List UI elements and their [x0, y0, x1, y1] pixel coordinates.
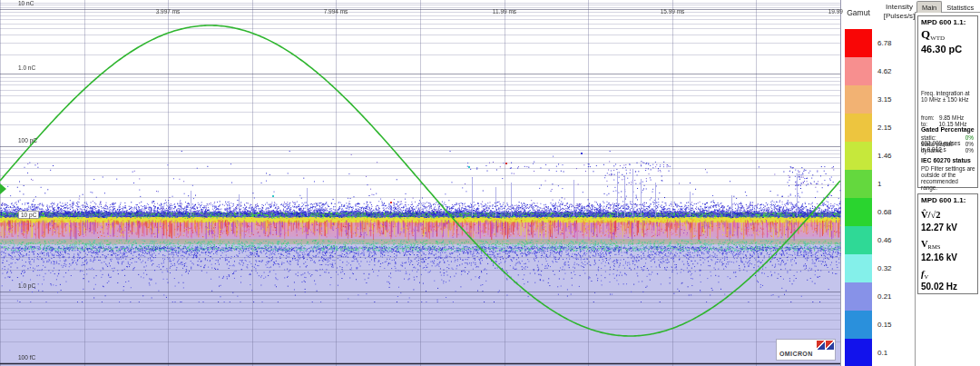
gamut-color-segment [845, 282, 872, 311]
gamut-scale-value: 0.46 [877, 236, 892, 244]
gamut-scale-value: 0.32 [877, 264, 892, 272]
gamut-scale-value: 0.21 [877, 292, 892, 301]
y-axis-tick-label: 1.0 nC [18, 64, 35, 71]
gamut-color-segment [845, 226, 872, 254]
charge-measurement-panel: MPD 600 1.1: QWTD 46.30 pC Freq. integra… [917, 15, 978, 188]
gamut-color-segment [845, 142, 872, 170]
gamut-color-segment [845, 198, 872, 226]
y-axis-tick-label: 10 nC [18, 0, 34, 6]
iec-status-text: PD Filter settings areoutside of thereco… [921, 166, 975, 192]
vrms-value: 12.16 kV [921, 252, 975, 262]
frequency-value: 50.02 Hz [921, 282, 975, 292]
gamut-color-segment [845, 170, 872, 198]
gamut-color-segment [845, 311, 872, 339]
gamut-scale-value: 0.68 [877, 208, 892, 216]
x-axis-tick-label: 19.99 ms [828, 8, 843, 15]
y-axis-tick-label: 1.0 pC [18, 282, 35, 289]
omicron-flag-icon [826, 341, 834, 350]
y-axis-tick-label: 10 pC [18, 211, 39, 219]
omicron-logo-text: OMICRON [779, 351, 813, 357]
gamut-scale-value: 6.78 [877, 39, 892, 47]
gamut-scale-value: 0.15 [877, 321, 892, 329]
y-axis-tick-label: 100 pC [18, 137, 37, 143]
gamut-scale-value: 3.15 [877, 95, 892, 104]
panel-v-title: MPD 600 1.1: [921, 196, 975, 204]
gamut-scale-value: 4.62 [877, 67, 892, 75]
qwtd-value: 46.30 pC [921, 44, 975, 54]
omicron-flag-icon [817, 341, 825, 350]
voltage-measurement-panel: MPD 600 1.1: V̂/√2 12.27 kV VRMS 12.16 k… [917, 193, 978, 294]
qwtd-symbol: QWTD [921, 27, 975, 42]
gamut-scale-value: 2.15 [877, 124, 892, 132]
gamut-color-segment [845, 339, 872, 366]
gamut-color-segment [845, 114, 872, 142]
y-axis-tick-label: 100 fC [18, 354, 35, 361]
x-axis-tick-label: 15.99 ms [661, 8, 685, 15]
gated-percentage-header: Gated Percentage [921, 126, 975, 133]
vrms-symbol: VRMS [921, 239, 975, 250]
gamut-scale-value: 1 [877, 180, 881, 188]
iec-status-header: IEC 60270 status [921, 157, 975, 163]
gamut-color-segment [845, 254, 872, 282]
omicron-logo: OMICRON [776, 339, 836, 361]
gamut-color-segment [845, 85, 872, 114]
gamut-colorbar [845, 29, 872, 366]
mpd600-measurement-window: OMICRON 3.997 ms7.994 ms11.99 ms15.99 ms… [0, 0, 980, 366]
vpeak-symbol: V̂/√2 [921, 210, 975, 221]
panel-q-title: MPD 600 1.1: [921, 18, 975, 26]
gamut-color-segment [845, 57, 872, 85]
x-axis-tick-label: 3.997 ms [156, 8, 181, 15]
x-axis-tick-label: 7.994 ms [324, 8, 348, 15]
gamut-color-segment [845, 29, 872, 57]
tab-statistics[interactable]: Statistics [942, 2, 978, 13]
vpeak-value: 12.27 kV [921, 223, 975, 232]
gamut-scale-value: 1.46 [877, 152, 892, 160]
frequency-symbol: fV [921, 269, 975, 280]
chart-plot-canvas [0, 0, 843, 366]
prpd-stream-chart: OMICRON 3.997 ms7.994 ms11.99 ms15.99 ms… [0, 0, 843, 366]
view-tabs: Main Statistics [916, 1, 978, 13]
gated-percentage-rows: static:0% static partial:0% dynamic0% [921, 134, 975, 153]
tab-main[interactable]: Main [916, 1, 942, 13]
x-axis-tick-label: 11.99 ms [493, 8, 516, 15]
gamut-scale-value: 0.1 [877, 349, 887, 357]
